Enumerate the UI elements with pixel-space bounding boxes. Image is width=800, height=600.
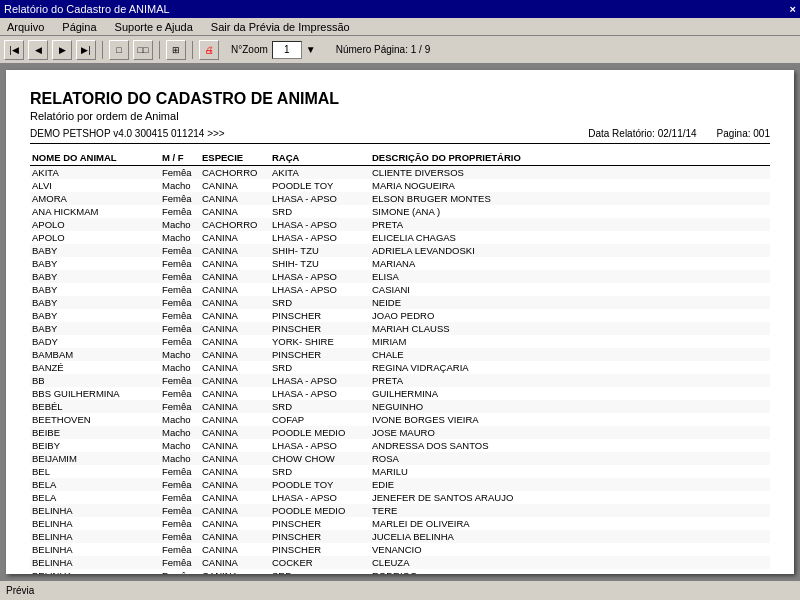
table-cell: CANINA bbox=[200, 400, 270, 413]
table-cell: Femêa bbox=[160, 504, 200, 517]
table-cell: PINSCHER bbox=[270, 543, 370, 556]
report-title: RELATORIO DO CADASTRO DE ANIMAL bbox=[30, 90, 770, 108]
table-cell: BELINHA bbox=[30, 517, 160, 530]
table-cell: CANINA bbox=[200, 374, 270, 387]
table-cell: CACHORRO bbox=[200, 166, 270, 180]
table-cell: Macho bbox=[160, 452, 200, 465]
toolbar-first-btn[interactable]: |◀ bbox=[4, 40, 24, 60]
table-cell: SRD bbox=[270, 205, 370, 218]
table-cell: CANINA bbox=[200, 387, 270, 400]
table-cell: Femêa bbox=[160, 491, 200, 504]
table-cell: Femêa bbox=[160, 530, 200, 543]
table-row: BEBÉLFemêaCANINASRDNEGUINHO bbox=[30, 400, 770, 413]
report-demo: DEMO PETSHOP v4.0 300415 011214 >>> bbox=[30, 128, 225, 139]
table-cell: POODLE TOY bbox=[270, 478, 370, 491]
table-cell: BABY bbox=[30, 322, 160, 335]
menu-suporte[interactable]: Suporte e Ajuda bbox=[112, 20, 196, 34]
toolbar-view-btn[interactable]: ⊞ bbox=[166, 40, 186, 60]
col-header-nome: NOME DO ANIMAL bbox=[30, 150, 160, 166]
table-cell: VENANCIO bbox=[370, 543, 770, 556]
toolbar: |◀ ◀ ▶ ▶| □ □□ ⊞ 🖨 N°Zoom ▼ Número Págin… bbox=[0, 36, 800, 64]
table-cell: Femêa bbox=[160, 309, 200, 322]
status-bar: Prévia bbox=[0, 580, 800, 600]
table-row: BABYFemêaCANINALHASA - APSOCASIANI bbox=[30, 283, 770, 296]
table-cell: CANINA bbox=[200, 192, 270, 205]
col-header-desc: DESCRIÇÃO DO PROPRIETÁRIO bbox=[370, 150, 770, 166]
table-row: BELINHAFemêaCANINASRDRODRIGO bbox=[30, 569, 770, 574]
table-cell: PRETA bbox=[370, 374, 770, 387]
table-cell: Macho bbox=[160, 218, 200, 231]
table-cell: BEL bbox=[30, 465, 160, 478]
table-cell: Macho bbox=[160, 426, 200, 439]
table-cell: Femêa bbox=[160, 270, 200, 283]
menu-sair[interactable]: Sair da Prévia de Impressão bbox=[208, 20, 353, 34]
table-cell: AKITA bbox=[270, 166, 370, 180]
table-row: BABYFemêaCANINAPINSCHERJOAO PEDRO bbox=[30, 309, 770, 322]
table-cell: Femêa bbox=[160, 465, 200, 478]
toolbar-print-btn[interactable]: 🖨 bbox=[199, 40, 219, 60]
table-cell: CANINA bbox=[200, 231, 270, 244]
zoom-input[interactable] bbox=[272, 41, 302, 59]
table-cell: Femêa bbox=[160, 400, 200, 413]
table-cell: BABY bbox=[30, 309, 160, 322]
table-cell: MIRIAM bbox=[370, 335, 770, 348]
table-cell: POODLE MEDIO bbox=[270, 504, 370, 517]
table-cell: Femêa bbox=[160, 478, 200, 491]
table-cell: CANINA bbox=[200, 244, 270, 257]
table-cell: YORK- SHIRE bbox=[270, 335, 370, 348]
table-cell: BEBÉL bbox=[30, 400, 160, 413]
table-cell: COCKER bbox=[270, 556, 370, 569]
table-row: BELINHAFemêaCANINACOCKERCLEUZA bbox=[30, 556, 770, 569]
status-label: Prévia bbox=[6, 585, 34, 596]
table-cell: CACHORRO bbox=[200, 218, 270, 231]
table-cell: CANINA bbox=[200, 257, 270, 270]
table-row: ANA HICKMAMFemêaCANINASRDSIMONE (ANA ) bbox=[30, 205, 770, 218]
table-cell: CLIENTE DIVERSOS bbox=[370, 166, 770, 180]
zoom-arrow[interactable]: ▼ bbox=[306, 44, 316, 55]
table-cell: LHASA - APSO bbox=[270, 270, 370, 283]
toolbar-last-btn[interactable]: ▶| bbox=[76, 40, 96, 60]
toolbar-page2-btn[interactable]: □□ bbox=[133, 40, 153, 60]
table-cell: BABY bbox=[30, 296, 160, 309]
close-icon[interactable]: × bbox=[790, 3, 796, 15]
toolbar-prev-btn[interactable]: ◀ bbox=[28, 40, 48, 60]
table-cell: JOSE MAURO bbox=[370, 426, 770, 439]
table-cell: CANINA bbox=[200, 569, 270, 574]
table-cell: MARILU bbox=[370, 465, 770, 478]
table-cell: BABY bbox=[30, 270, 160, 283]
table-row: BEIBYMachoCANINALHASA - APSOANDRESSA DOS… bbox=[30, 439, 770, 452]
table-row: BADYFemêaCANINAYORK- SHIREMIRIAM bbox=[30, 335, 770, 348]
table-cell: SIMONE (ANA ) bbox=[370, 205, 770, 218]
menu-pagina[interactable]: Página bbox=[59, 20, 99, 34]
table-cell: POODLE TOY bbox=[270, 179, 370, 192]
table-cell: BELINHA bbox=[30, 504, 160, 517]
table-cell: BB bbox=[30, 374, 160, 387]
toolbar-page1-btn[interactable]: □ bbox=[109, 40, 129, 60]
table-cell: CANINA bbox=[200, 478, 270, 491]
table-cell: CASIANI bbox=[370, 283, 770, 296]
table-cell: CANINA bbox=[200, 517, 270, 530]
table-cell: MARIANA bbox=[370, 257, 770, 270]
table-cell: TERE bbox=[370, 504, 770, 517]
toolbar-next-btn[interactable]: ▶ bbox=[52, 40, 72, 60]
table-cell: CANINA bbox=[200, 348, 270, 361]
table-cell: AMORA bbox=[30, 192, 160, 205]
table-cell: CANINA bbox=[200, 452, 270, 465]
table-cell: CHOW CHOW bbox=[270, 452, 370, 465]
table-row: BELINHAFemêaCANINAPOODLE MEDIOTERE bbox=[30, 504, 770, 517]
toolbar-sep1 bbox=[102, 41, 103, 59]
table-cell: CANINA bbox=[200, 543, 270, 556]
table-cell: PINSCHER bbox=[270, 348, 370, 361]
table-cell: CANINA bbox=[200, 270, 270, 283]
table-cell: Macho bbox=[160, 348, 200, 361]
menu-arquivo[interactable]: Arquivo bbox=[4, 20, 47, 34]
table-cell: JENEFER DE SANTOS ARAUJO bbox=[370, 491, 770, 504]
title-bar-text: Relatório do Cadastro de ANIMAL bbox=[4, 3, 170, 15]
table-cell: MARLEI DE OLIVEIRA bbox=[370, 517, 770, 530]
table-cell: BELA bbox=[30, 491, 160, 504]
report-header-row: DEMO PETSHOP v4.0 300415 011214 >>> Data… bbox=[30, 128, 770, 144]
table-cell: Femêa bbox=[160, 205, 200, 218]
table-cell: BABY bbox=[30, 244, 160, 257]
toolbar-sep2 bbox=[159, 41, 160, 59]
table-cell: Femêa bbox=[160, 244, 200, 257]
